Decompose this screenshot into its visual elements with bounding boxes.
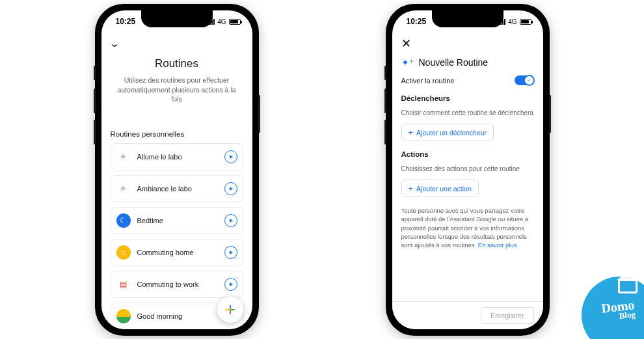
- play-button[interactable]: [224, 150, 237, 163]
- plus-icon: +: [409, 184, 414, 193]
- sun-icon: ☀: [116, 182, 131, 196]
- plus-icon: +: [409, 128, 414, 137]
- play-button[interactable]: [224, 214, 237, 227]
- briefcase-icon: ▤: [116, 277, 131, 292]
- status-time: 10:25: [407, 17, 427, 26]
- add-trigger-label: Ajouter un déclencheur: [416, 129, 487, 137]
- page-title: Nouvelle Routine: [419, 57, 489, 68]
- phone-right: 10:25 4G ✕ ✦⁺ Nouvelle Routine Activer l…: [386, 4, 550, 336]
- new-routine-screen: ✦⁺ Nouvelle Routine Activer la routine D…: [392, 55, 543, 301]
- learn-more-link[interactable]: En savoir plus: [478, 241, 517, 249]
- home-icon: ⌂: [116, 245, 131, 260]
- house-icon: [618, 279, 637, 293]
- actions-heading: Actions: [401, 150, 534, 158]
- routine-label: Bedtime: [137, 217, 218, 224]
- status-net: 4G: [217, 18, 226, 25]
- add-routine-fab[interactable]: [217, 297, 243, 323]
- plus-icon: [224, 304, 236, 316]
- add-action-button[interactable]: + Ajouter une action: [401, 180, 479, 197]
- activate-toggle[interactable]: [515, 75, 534, 85]
- routine-label: Commuting home: [137, 249, 218, 256]
- sunrise-icon: [116, 309, 131, 323]
- routine-label: Commuting to work: [137, 280, 218, 288]
- status-time: 10:25: [116, 17, 136, 26]
- play-button[interactable]: [224, 278, 237, 291]
- wand-icon: ✦⁺: [401, 57, 414, 68]
- routine-row[interactable]: ☀ Ambiance le labo: [111, 175, 243, 202]
- notch: [141, 10, 213, 27]
- triggers-hint: Choisir comment cette routine se déclenc…: [401, 109, 534, 117]
- sun-icon: ☀: [116, 150, 131, 164]
- back-button[interactable]: ⌄: [109, 38, 120, 49]
- status-net: 4G: [508, 18, 517, 25]
- activate-label: Activer la routine: [401, 77, 455, 85]
- battery-icon: [229, 19, 241, 25]
- privacy-footnote: Toute personne avec qui vous partagez vo…: [401, 206, 534, 249]
- routine-label: Allume le labo: [137, 153, 218, 161]
- routine-row[interactable]: ☾ Bedtime: [111, 207, 243, 234]
- play-button[interactable]: [224, 246, 237, 259]
- watermark: Domo Blog: [572, 267, 644, 339]
- section-label: Routines personnelles: [111, 130, 243, 138]
- triggers-heading: Déclencheurs: [401, 94, 534, 102]
- moon-icon: ☾: [116, 213, 131, 228]
- phone-left: 10:25 4G ⌄ Routines Utilisez des routine…: [95, 4, 259, 336]
- routine-row[interactable]: ⌂ Commuting home: [111, 239, 243, 266]
- page-title: Routines: [111, 57, 243, 70]
- routine-label: Ambiance le labo: [137, 185, 218, 193]
- routine-row[interactable]: ▤ Commuting to work: [111, 271, 243, 298]
- play-button[interactable]: [224, 182, 237, 195]
- routines-list-screen: Routines Utilisez des routines pour effe…: [101, 55, 252, 329]
- add-action-label: Ajouter une action: [416, 185, 472, 193]
- add-trigger-button[interactable]: + Ajouter un déclencheur: [401, 124, 494, 141]
- close-button[interactable]: ✕: [401, 36, 411, 51]
- notch: [432, 10, 503, 27]
- routine-label: Good morning: [137, 312, 218, 320]
- page-subtitle: Utilisez des routines pour effectuer aut…: [117, 75, 237, 104]
- battery-icon: [520, 19, 531, 25]
- routine-row[interactable]: ☀ Allume le labo: [111, 143, 243, 170]
- actions-hint: Choisissez des actions pour cette routin…: [401, 165, 534, 173]
- save-button[interactable]: Enregistrer: [481, 307, 533, 324]
